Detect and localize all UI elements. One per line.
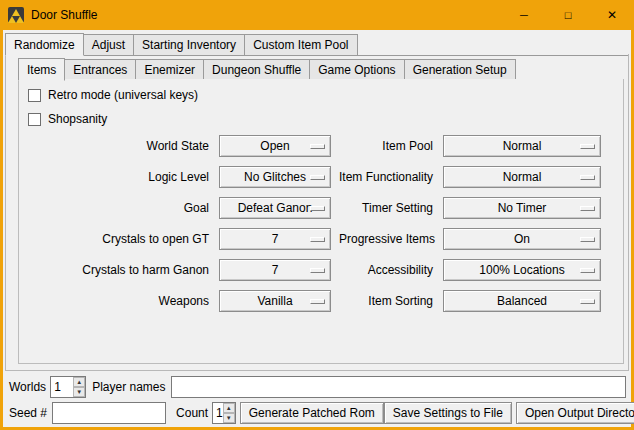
minimize-icon: ─ — [520, 9, 528, 21]
world-state-dropdown[interactable]: Open — [219, 135, 331, 157]
weapons-label: Weapons — [25, 294, 211, 308]
count-spin-buttons: ▲ ▼ — [223, 403, 235, 423]
dropdown-indicator-icon — [580, 237, 595, 242]
client-area: Randomize Adjust Starting Inventory Cust… — [3, 30, 631, 427]
crystals-ganon-dropdown[interactable]: 7 — [219, 259, 331, 281]
item-functionality-value: Normal — [503, 170, 542, 184]
worlds-label: Worlds — [9, 380, 46, 394]
dropdown-indicator-icon — [310, 299, 325, 304]
timer-setting-dropdown[interactable]: No Timer — [443, 197, 601, 219]
crystals-gt-value: 7 — [272, 232, 279, 246]
timer-setting-label: Timer Setting — [339, 201, 435, 215]
generate-patched-rom-button[interactable]: Generate Patched Rom — [240, 402, 384, 424]
item-sorting-label: Item Sorting — [339, 294, 435, 308]
inner-tab-bar: Items Entrances Enemizer Dungeon Shuffle… — [18, 58, 624, 81]
save-settings-button[interactable]: Save Settings to File — [384, 402, 512, 424]
spin-down-icon[interactable]: ▼ — [73, 387, 85, 397]
logic-level-value: No Glitches — [244, 170, 306, 184]
item-functionality-dropdown[interactable]: Normal — [443, 166, 601, 188]
dropdown-indicator-icon — [580, 175, 595, 180]
outer-tab-bar: Randomize Adjust Starting Inventory Cust… — [5, 33, 629, 56]
count-value: 1 — [213, 403, 223, 423]
goal-dropdown[interactable]: Defeat Ganon — [219, 197, 331, 219]
close-icon: ✕ — [607, 8, 617, 22]
items-pane: Retro mode (universal keys) Shopsanity W… — [18, 79, 624, 364]
count-spinbox[interactable]: 1 ▲ ▼ — [212, 402, 236, 424]
item-functionality-label: Item Functionality — [339, 170, 435, 184]
tab-randomize[interactable]: Randomize — [5, 33, 84, 56]
shopsanity-label: Shopsanity — [48, 112, 107, 126]
open-output-directory-button[interactable]: Open Output Directory — [516, 402, 634, 424]
worlds-spin-buttons: ▲ ▼ — [73, 377, 85, 397]
tab-items[interactable]: Items — [18, 58, 65, 81]
dropdown-indicator-icon — [580, 144, 595, 149]
worlds-spinbox[interactable]: 1 ▲ ▼ — [50, 376, 86, 398]
dropdown-indicator-icon — [580, 206, 595, 211]
progressive-items-dropdown[interactable]: On — [443, 228, 601, 250]
accessibility-label: Accessibility — [339, 263, 435, 277]
crystals-ganon-value: 7 — [272, 263, 279, 277]
crystals-gt-label: Crystals to open GT — [25, 232, 211, 246]
weapons-dropdown[interactable]: Vanilla — [219, 290, 331, 312]
tab-custom-item-pool[interactable]: Custom Item Pool — [244, 34, 357, 55]
item-pool-label: Item Pool — [339, 139, 435, 153]
dropdown-indicator-icon — [580, 299, 595, 304]
close-button[interactable]: ✕ — [590, 0, 634, 30]
progressive-items-value: On — [514, 232, 530, 246]
timer-setting-value: No Timer — [498, 201, 547, 215]
item-sorting-dropdown[interactable]: Balanced — [443, 290, 601, 312]
logic-level-label: Logic Level — [25, 170, 211, 184]
crystals-gt-dropdown[interactable]: 7 — [219, 228, 331, 250]
settings-grid: World State Open Item Pool Normal Logic … — [25, 135, 617, 312]
seed-input[interactable] — [52, 402, 166, 424]
retro-mode-checkbox[interactable] — [28, 89, 41, 102]
dropdown-indicator-icon — [310, 206, 325, 211]
tab-adjust[interactable]: Adjust — [83, 34, 134, 55]
app-icon — [8, 7, 24, 23]
player-names-label: Player names — [92, 380, 165, 394]
spin-down-icon[interactable]: ▼ — [223, 413, 235, 423]
player-names-input[interactable] — [171, 376, 627, 398]
seed-row: Seed # Count 1 ▲ ▼ Generate Patched Rom … — [7, 402, 627, 424]
tab-game-options[interactable]: Game Options — [309, 59, 404, 80]
tab-dungeon-shuffle[interactable]: Dungeon Shuffle — [203, 59, 310, 80]
title-bar: Door Shuffle ─ □ ✕ — [0, 0, 634, 30]
count-label: Count — [176, 406, 208, 420]
goal-value: Defeat Ganon — [238, 201, 313, 215]
item-pool-dropdown[interactable]: Normal — [443, 135, 601, 157]
randomize-pane: Items Entrances Enemizer Dungeon Shuffle… — [5, 54, 629, 371]
tab-starting-inventory[interactable]: Starting Inventory — [133, 34, 245, 55]
crystals-ganon-label: Crystals to harm Ganon — [25, 263, 211, 277]
dropdown-indicator-icon — [310, 144, 325, 149]
item-pool-value: Normal — [503, 139, 542, 153]
dropdown-indicator-icon — [580, 268, 595, 273]
progressive-items-label: Progressive Items — [339, 232, 435, 246]
weapons-value: Vanilla — [257, 294, 292, 308]
worlds-row: Worlds 1 ▲ ▼ Player names — [7, 376, 627, 398]
item-sorting-value: Balanced — [497, 294, 547, 308]
retro-mode-label: Retro mode (universal keys) — [48, 88, 198, 102]
shopsanity-checkbox[interactable] — [28, 113, 41, 126]
maximize-button[interactable]: □ — [546, 0, 590, 30]
spin-up-icon[interactable]: ▲ — [223, 403, 235, 413]
minimize-button[interactable]: ─ — [502, 0, 546, 30]
dropdown-indicator-icon — [310, 175, 325, 180]
seed-label: Seed # — [9, 406, 47, 420]
accessibility-value: 100% Locations — [479, 263, 564, 277]
dropdown-indicator-icon — [310, 268, 325, 273]
world-state-label: World State — [25, 139, 211, 153]
goal-label: Goal — [25, 201, 211, 215]
window-title: Door Shuffle — [31, 8, 98, 22]
retro-mode-row: Retro mode (universal keys) — [28, 87, 623, 103]
spin-up-icon[interactable]: ▲ — [73, 377, 85, 387]
tab-entrances[interactable]: Entrances — [64, 59, 136, 80]
dropdown-indicator-icon — [310, 237, 325, 242]
tab-enemizer[interactable]: Enemizer — [135, 59, 204, 80]
accessibility-dropdown[interactable]: 100% Locations — [443, 259, 601, 281]
logic-level-dropdown[interactable]: No Glitches — [219, 166, 331, 188]
tab-generation-setup[interactable]: Generation Setup — [404, 59, 516, 80]
world-state-value: Open — [260, 139, 289, 153]
shopsanity-row: Shopsanity — [28, 111, 623, 127]
window-controls: ─ □ ✕ — [502, 0, 634, 30]
worlds-value: 1 — [51, 377, 73, 397]
